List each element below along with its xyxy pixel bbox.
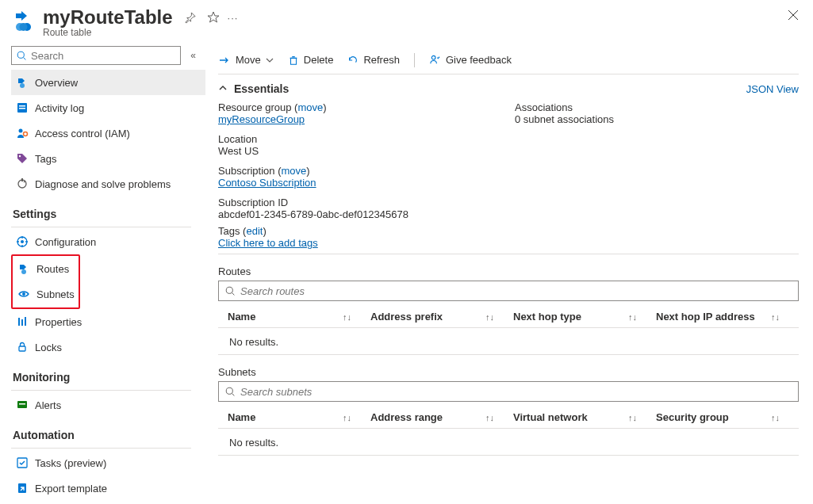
svg-line-4 [24, 57, 26, 59]
subnets-col-securitygroup[interactable]: Security group↑↓ [656, 411, 799, 423]
svg-point-28 [226, 287, 232, 293]
subnets-section-title: Subnets [218, 355, 799, 381]
more-icon[interactable]: ··· [228, 12, 239, 24]
nav-access-control[interactable]: Access control (IAM) [11, 120, 205, 146]
subnets-col-addressrange[interactable]: Address range↑↓ [370, 411, 513, 423]
essentials-header: Essentials [234, 82, 746, 95]
tags-label: Tags (edit) [218, 225, 267, 237]
star-icon[interactable] [207, 11, 220, 24]
sort-icon: ↑↓ [771, 312, 780, 322]
nav-overview[interactable]: Overview [11, 70, 205, 95]
export-template-icon [16, 482, 29, 494]
subnets-col-virtualnetwork[interactable]: Virtual network↑↓ [513, 411, 656, 423]
subnets-icon [17, 288, 30, 300]
lock-icon [16, 341, 29, 353]
subnets-search[interactable] [218, 381, 799, 402]
svg-rect-18 [18, 318, 20, 326]
section-settings-header: Settings [11, 197, 207, 223]
feedback-button[interactable]: Give feedback [429, 52, 512, 67]
subnets-search-input[interactable] [240, 386, 792, 398]
routes-search[interactable] [218, 281, 799, 301]
access-control-icon [16, 127, 29, 139]
routes-table-header: Name↑↓ Address prefix↑↓ Next hop type↑↓ … [218, 304, 799, 328]
collapse-sidebar-icon[interactable]: « [187, 50, 199, 61]
svg-point-5 [20, 83, 25, 88]
nav-properties[interactable]: Properties [11, 309, 205, 334]
svg-point-3 [17, 52, 24, 58]
svg-rect-25 [18, 483, 26, 493]
svg-point-2 [20, 23, 28, 31]
nav-diagnose[interactable]: Diagnose and solve problems [11, 171, 205, 197]
svg-point-15 [21, 240, 24, 243]
add-tags-link[interactable]: Click here to add tags [218, 237, 318, 249]
svg-rect-7 [19, 105, 25, 107]
toolbar-separator [414, 53, 415, 67]
nav-tags[interactable]: Tags [11, 146, 205, 171]
highlighted-nav-group: Routes Subnets [11, 254, 80, 309]
tag-icon [16, 152, 29, 165]
resource-group-label: Resource group (move) [218, 101, 502, 113]
move-button[interactable]: Move [218, 52, 274, 68]
routes-section-title: Routes [218, 254, 799, 281]
svg-rect-21 [19, 346, 25, 351]
sidebar-search-input[interactable] [31, 50, 175, 62]
svg-point-17 [22, 292, 25, 296]
resource-group-move-link[interactable]: move [297, 101, 323, 113]
subscription-link[interactable]: Contoso Subscription [218, 177, 316, 189]
subscription-id-label: Subscription ID [218, 197, 502, 208]
tags-edit-link[interactable]: edit [246, 225, 263, 237]
nav-configuration[interactable]: Configuration [11, 229, 205, 254]
resource-group-link[interactable]: myResourceGroup [218, 113, 305, 125]
refresh-button[interactable]: Refresh [347, 52, 400, 67]
associations-label: Associations [515, 101, 799, 113]
sidebar: « Overview Activity log Access control (… [0, 43, 207, 504]
svg-point-27 [431, 55, 435, 59]
delete-button[interactable]: Delete [288, 52, 334, 67]
nav-locks[interactable]: Locks [11, 334, 205, 360]
routes-col-addressprefix[interactable]: Address prefix↑↓ [370, 311, 513, 323]
essentials-toggle-icon[interactable] [218, 84, 228, 94]
sort-icon: ↑↓ [343, 413, 351, 422]
close-icon[interactable] [788, 6, 799, 21]
route-table-icon [11, 10, 35, 33]
properties-icon [16, 315, 29, 328]
svg-point-30 [226, 388, 232, 394]
page-title: myRouteTable [43, 6, 173, 29]
svg-point-16 [21, 269, 26, 274]
routes-col-name[interactable]: Name↑↓ [228, 311, 370, 323]
sort-icon: ↑↓ [628, 312, 637, 322]
svg-rect-8 [19, 108, 25, 109]
routes-col-nexthoptype[interactable]: Next hop type↑↓ [513, 311, 656, 323]
routes-search-input[interactable] [240, 285, 792, 297]
nav-routes[interactable]: Routes [13, 256, 77, 281]
sort-icon: ↑↓ [771, 413, 780, 422]
nav-tasks[interactable]: Tasks (preview) [11, 450, 205, 475]
json-view-link[interactable]: JSON View [746, 83, 799, 95]
svg-line-29 [232, 292, 235, 295]
associations-value: 0 subnet associations [515, 113, 799, 125]
alerts-icon [16, 399, 29, 411]
location-label: Location [218, 133, 502, 145]
svg-rect-23 [19, 403, 25, 405]
nav-subnets[interactable]: Subnets [13, 281, 77, 307]
sort-icon: ↑↓ [485, 312, 494, 322]
toolbar: Move Delete Refresh Give feedback [218, 46, 799, 74]
subnets-empty: No results. [218, 429, 799, 456]
subscription-label: Subscription (move) [218, 165, 502, 177]
pin-icon[interactable] [184, 12, 196, 24]
svg-rect-26 [290, 58, 296, 64]
subnets-col-name[interactable]: Name↑↓ [228, 411, 370, 423]
subscription-move-link[interactable]: move [282, 165, 307, 177]
section-monitoring-header: Monitoring [11, 360, 207, 387]
nav-export-template[interactable]: Export template [11, 475, 205, 501]
routes-col-nexthopip[interactable]: Next hop IP address↑↓ [656, 311, 799, 323]
nav-activity-log[interactable]: Activity log [11, 95, 205, 120]
nav-alerts[interactable]: Alerts [11, 392, 205, 418]
sort-icon: ↑↓ [343, 312, 351, 322]
section-automation-header: Automation [11, 418, 207, 445]
configuration-icon [16, 235, 29, 248]
sidebar-search[interactable] [11, 46, 181, 65]
subscription-id-value: abcdef01-2345-6789-0abc-def012345678 [218, 208, 502, 220]
svg-rect-19 [21, 319, 23, 326]
sort-icon: ↑↓ [485, 413, 494, 422]
